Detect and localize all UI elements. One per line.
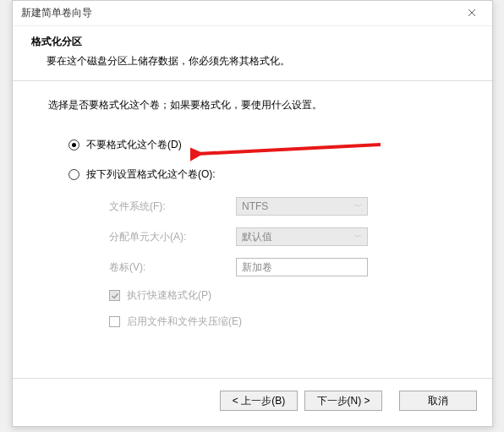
quickformat-checkbox-row[interactable]: 执行快速格式化(P): [109, 288, 457, 303]
content-area: 选择是否要格式化这个卷；如果要格式化，要使用什么设置。 不要格式化这个卷(D) …: [13, 81, 492, 349]
check-icon: [111, 292, 119, 300]
allocunit-select[interactable]: 默认值 ﹀: [236, 227, 368, 246]
volumelabel-row: 卷标(V):: [109, 258, 457, 276]
instruction-text: 选择是否要格式化这个卷；如果要格式化，要使用什么设置。: [48, 98, 457, 112]
back-button[interactable]: < 上一步(B): [220, 391, 298, 411]
filesystem-value: NTFS: [242, 200, 268, 212]
page-subtitle: 要在这个磁盘分区上储存数据，你必须先将其格式化。: [47, 54, 474, 68]
format-settings: 文件系统(F): NTFS ﹀ 分配单元大小(A): 默认值 ﹀ 卷标(V):: [109, 197, 457, 329]
allocunit-label: 分配单元大小(A):: [109, 230, 236, 244]
checkbox-icon: [109, 316, 120, 327]
filesystem-label: 文件系统(F):: [109, 200, 236, 214]
titlebar: 新建简单卷向导: [13, 1, 492, 26]
chevron-down-icon: ﹀: [354, 232, 362, 243]
cancel-button[interactable]: 取消: [399, 391, 477, 411]
volumelabel-input[interactable]: [236, 258, 368, 276]
window-title: 新建简单卷向导: [21, 6, 92, 20]
radio-no-format[interactable]: 不要格式化这个卷(D): [68, 138, 457, 152]
allocunit-row: 分配单元大小(A): 默认值 ﹀: [109, 227, 457, 246]
radio-icon: [68, 139, 79, 150]
filesystem-row: 文件系统(F): NTFS ﹀: [109, 197, 457, 216]
compression-checkbox-row[interactable]: 启用文件和文件夹压缩(E): [109, 314, 457, 329]
wizard-dialog: 新建简单卷向导 格式化分区 要在这个磁盘分区上储存数据，你必须先将其格式化。 选…: [12, 0, 493, 427]
button-bar: < 上一步(B) 下一步(N) > 取消: [13, 378, 492, 426]
chevron-down-icon: ﹀: [354, 201, 362, 212]
volumelabel-label: 卷标(V):: [109, 260, 236, 275]
close-icon: [468, 8, 476, 17]
compression-label: 启用文件和文件夹压缩(E): [127, 314, 242, 329]
allocunit-value: 默认值: [242, 230, 272, 244]
radio-no-format-label: 不要格式化这个卷(D): [86, 138, 182, 152]
page-title: 格式化分区: [31, 35, 474, 49]
format-radio-group: 不要格式化这个卷(D) 按下列设置格式化这个卷(O): 文件系统(F): NTF…: [68, 138, 457, 329]
filesystem-select[interactable]: NTFS ﹀: [236, 197, 368, 216]
radio-do-format-label: 按下列设置格式化这个卷(O):: [86, 167, 216, 182]
radio-icon: [68, 169, 79, 180]
wizard-header: 格式化分区 要在这个磁盘分区上储存数据，你必须先将其格式化。: [13, 26, 492, 80]
close-button[interactable]: [455, 1, 489, 25]
radio-do-format[interactable]: 按下列设置格式化这个卷(O):: [68, 167, 457, 182]
quickformat-label: 执行快速格式化(P): [127, 288, 211, 303]
checkbox-icon: [109, 290, 120, 301]
next-button[interactable]: 下一步(N) >: [304, 391, 382, 411]
